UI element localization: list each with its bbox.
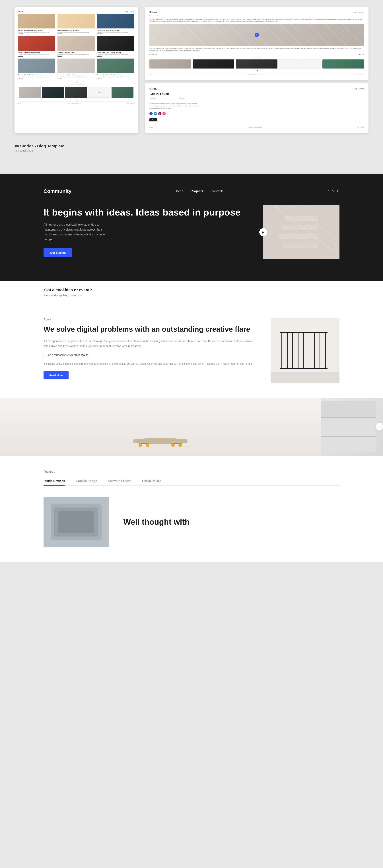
- prev-thumb-3[interactable]: [236, 59, 277, 68]
- dot-2[interactable]: [76, 82, 77, 83]
- svg-rect-9: [278, 234, 318, 240]
- info-bar: Got a cool idea or event? Let's work tog…: [0, 281, 383, 303]
- blog-card-6-img: [97, 36, 134, 51]
- twitter-icon[interactable]: 𝕏: [154, 112, 157, 115]
- thumb-3[interactable]: [65, 87, 87, 98]
- community-img-svg: [263, 205, 340, 259]
- blog-card-3-link[interactable]: Learn More: [97, 33, 134, 34]
- blog-card-7-link[interactable]: Learn More: [18, 78, 55, 79]
- blog-footer-blog-link[interactable]: Blog: [127, 103, 129, 104]
- template-number: #4 Stories - Blog Template: [14, 144, 369, 149]
- blog-card-1-text: Lorem ipsum dolor sit amet consectetur a…: [18, 32, 55, 33]
- prev-thumb-1[interactable]: [149, 59, 191, 68]
- git-footer-blog[interactable]: Blog: [357, 127, 359, 128]
- blog-card-9[interactable]: The best cities for traveling this summe…: [97, 59, 134, 79]
- facebook-icon[interactable]: f: [149, 112, 153, 115]
- info-bar-text: Let's work together, contact us!: [44, 294, 95, 297]
- svg-rect-20: [325, 333, 326, 369]
- thumb-1[interactable]: [19, 87, 41, 98]
- prev-thumb-5[interactable]: [322, 59, 364, 68]
- prev-thumb-2[interactable]: [193, 59, 234, 68]
- next-post-link[interactable]: Next post: [359, 54, 364, 55]
- blog-nav-blog[interactable]: Blog: [125, 11, 128, 12]
- pinterest-icon[interactable]: p: [158, 112, 161, 115]
- preview-nav-contact[interactable]: Contact: [359, 11, 364, 13]
- blog-card-7[interactable]: Planning Tips For The Perfect Summer Lor…: [18, 59, 55, 79]
- svg-rect-13: [287, 333, 288, 369]
- blog-card-6[interactable]: How to Choose Your Wedding Jewellery Lor…: [97, 36, 134, 56]
- blog-card-9-link[interactable]: Learn More: [97, 78, 134, 79]
- dot-1[interactable]: [75, 82, 75, 83]
- preview-nav-blog[interactable]: Blog: [354, 11, 357, 13]
- svg-rect-23: [271, 372, 340, 383]
- blog-footer-copyright: © 2019 All Rights Reserved: [68, 103, 81, 104]
- read-more-button[interactable]: Read More: [43, 371, 68, 379]
- blog-card-4-link[interactable]: Learn More: [18, 55, 55, 56]
- nav-home[interactable]: Home: [175, 189, 183, 193]
- preview-footer-contact[interactable]: Contact: [360, 74, 364, 75]
- git-header: Stories. Blog Contact: [149, 88, 364, 90]
- blog-card-9-img: [97, 59, 134, 73]
- thumb-2[interactable]: [42, 87, 64, 98]
- contact-input-line-2: [178, 100, 200, 100]
- preview-dot-1[interactable]: [256, 70, 257, 71]
- social-google[interactable]: G: [337, 190, 340, 193]
- dot-3[interactable]: [77, 82, 78, 83]
- nav-contacts[interactable]: Contacts: [211, 189, 224, 193]
- git-footer-contact[interactable]: Contact: [360, 127, 364, 128]
- blog-footer-contact-link[interactable]: Contact: [130, 103, 134, 104]
- blog-card-2-link[interactable]: Learn More: [58, 33, 95, 34]
- blog-card-1[interactable]: The best cities for traveling this summe…: [18, 14, 55, 34]
- blog-card-5-link[interactable]: Learn More: [58, 55, 95, 56]
- svg-rect-18: [314, 333, 315, 369]
- blog-card-8-link[interactable]: Learn More: [58, 78, 95, 79]
- thumb-5[interactable]: [112, 87, 134, 98]
- social-twitter[interactable]: 𝕏: [332, 190, 334, 193]
- social-linkedin[interactable]: in: [327, 190, 329, 193]
- tab-inside-devices[interactable]: Inside Devices: [43, 479, 65, 485]
- tab-digital-details[interactable]: Digital Details: [142, 479, 161, 485]
- blog-card-5[interactable]: Changing Lifestyle is Easier Lorem ipsum…: [58, 36, 95, 56]
- email-icon[interactable]: @: [163, 112, 166, 115]
- blog-card-6-link[interactable]: Learn More: [97, 55, 134, 56]
- blog-card-3[interactable]: Christmas gift guide the girl on the go …: [97, 14, 134, 34]
- well-thought-section: Well thought with: [0, 486, 383, 562]
- thumb-dot-2[interactable]: [77, 99, 78, 100]
- preview-dot-2[interactable]: [257, 70, 258, 71]
- contact-input-line-1: [149, 100, 171, 100]
- gallery-arrow-button[interactable]: →: [376, 423, 383, 431]
- blog-card-2[interactable]: Flower skirt, Paris street style today L…: [58, 14, 95, 34]
- community-play-button[interactable]: ▶: [259, 228, 267, 236]
- section-gap-1: [0, 159, 383, 174]
- blog-card-8-img: [58, 59, 95, 73]
- tab-software-service[interactable]: Software Service: [108, 479, 131, 485]
- preview-hero-image: ▶: [149, 24, 364, 46]
- blog-card-7-img: [18, 59, 55, 73]
- blog-card-1-link[interactable]: Learn More: [18, 33, 55, 34]
- blog-card-5-img: [58, 36, 95, 51]
- blog-nav-contact[interactable]: Contact: [130, 11, 134, 12]
- tab-graphic-design[interactable]: Graphic Design: [76, 479, 97, 485]
- preview-breadcrumb-sep: /: [154, 15, 155, 16]
- social-icons-row: f 𝕏 p @: [149, 112, 364, 115]
- blog-card-2-text: Lorem ipsum dolor sit amet consectetur a…: [58, 32, 95, 33]
- svg-rect-25: [133, 439, 187, 443]
- svg-point-28: [139, 443, 142, 447]
- blog-post-preview: Stories. Blog Contact Home / Blog It is …: [145, 7, 369, 80]
- preview-footer-blog[interactable]: Blog: [357, 74, 359, 75]
- play-button[interactable]: ▶: [255, 33, 259, 37]
- features-label: Features: [43, 470, 340, 473]
- git-nav-contact[interactable]: Contact: [359, 88, 364, 90]
- nav-projects[interactable]: Projects: [190, 189, 204, 193]
- svg-rect-15: [298, 333, 298, 369]
- get-started-button[interactable]: Get Started: [43, 248, 72, 257]
- blog-card-8[interactable]: How to Have the Perfect Prom Lorem ipsum…: [58, 59, 95, 79]
- thumb-dot-1[interactable]: [75, 99, 76, 100]
- prev-post-link[interactable]: Previous post: [149, 54, 157, 55]
- svg-rect-7: [285, 216, 318, 221]
- prev-thumb-4[interactable]: 154: [279, 59, 321, 68]
- blog-card-4[interactable]: How to nail transeasonary dressing Lorem…: [18, 36, 55, 56]
- git-nav-blog[interactable]: Blog: [354, 88, 357, 90]
- send-button[interactable]: Send: [149, 118, 157, 121]
- thumb-4[interactable]: 154: [88, 87, 111, 98]
